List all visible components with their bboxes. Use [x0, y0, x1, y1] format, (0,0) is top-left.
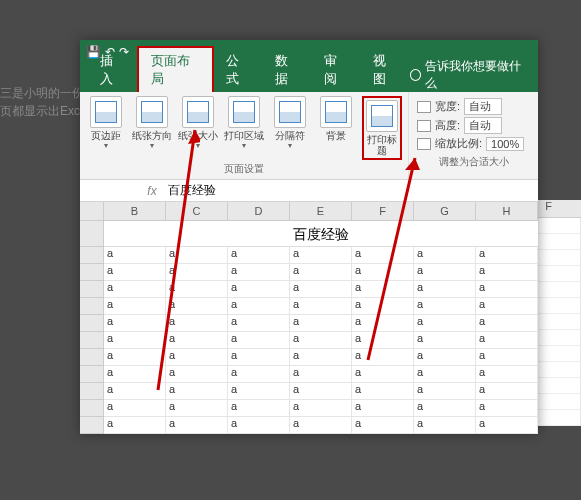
cell[interactable]: a	[104, 417, 166, 434]
select-all-corner[interactable]	[80, 202, 104, 220]
cell[interactable]: a	[352, 366, 414, 383]
cell[interactable]: a	[166, 417, 228, 434]
cell[interactable]: a	[166, 315, 228, 332]
cell[interactable]: a	[290, 298, 352, 315]
height-select[interactable]: 自动	[464, 117, 502, 134]
cell[interactable]: a	[352, 281, 414, 298]
background-button[interactable]: 背景	[316, 96, 356, 141]
cell[interactable]: a	[290, 417, 352, 434]
cell[interactable]: a	[476, 247, 538, 264]
cell[interactable]: a	[414, 315, 476, 332]
tell-me[interactable]: 告诉我你想要做什么	[410, 58, 538, 92]
orientation-button[interactable]: 纸张方向 ▾	[132, 96, 172, 150]
cell[interactable]: a	[166, 298, 228, 315]
cell[interactable]: a	[476, 332, 538, 349]
cell[interactable]: a	[104, 315, 166, 332]
formula-input[interactable]: 百度经验	[164, 182, 538, 199]
row-header[interactable]	[80, 247, 104, 264]
size-button[interactable]: 纸张大小 ▾	[178, 96, 218, 150]
cell[interactable]: a	[290, 264, 352, 281]
row-header[interactable]	[80, 315, 104, 332]
cell[interactable]: a	[104, 298, 166, 315]
cell[interactable]: a	[104, 264, 166, 281]
cell[interactable]: a	[352, 247, 414, 264]
cell[interactable]: a	[104, 366, 166, 383]
row-header[interactable]	[80, 264, 104, 281]
cell[interactable]: a	[352, 315, 414, 332]
col-header[interactable]: F	[352, 202, 414, 220]
breaks-button[interactable]: 分隔符 ▾	[270, 96, 310, 150]
cell[interactable]: a	[228, 315, 290, 332]
cell[interactable]: a	[228, 417, 290, 434]
cell[interactable]: a	[414, 264, 476, 281]
cell[interactable]: a	[352, 400, 414, 417]
fx-icon[interactable]: fx	[140, 184, 164, 198]
margins-button[interactable]: 页边距 ▾	[86, 96, 126, 150]
cell[interactable]: a	[228, 247, 290, 264]
row-header[interactable]	[80, 332, 104, 349]
cell[interactable]: a	[290, 366, 352, 383]
cell[interactable]: a	[476, 281, 538, 298]
cell[interactable]: a	[476, 298, 538, 315]
cell[interactable]: a	[414, 332, 476, 349]
row-header[interactable]	[80, 349, 104, 366]
cell[interactable]: a	[228, 366, 290, 383]
cell[interactable]: a	[104, 281, 166, 298]
col-header[interactable]: G	[414, 202, 476, 220]
cell[interactable]: a	[166, 366, 228, 383]
cell[interactable]: a	[290, 281, 352, 298]
cell[interactable]: a	[476, 400, 538, 417]
cell[interactable]: a	[352, 349, 414, 366]
cell[interactable]: a	[166, 281, 228, 298]
cell[interactable]: a	[228, 264, 290, 281]
row-header[interactable]	[80, 366, 104, 383]
cell[interactable]: a	[228, 349, 290, 366]
row-header[interactable]	[80, 221, 104, 247]
tab-view[interactable]: 视图	[361, 48, 410, 92]
cell[interactable]: a	[290, 349, 352, 366]
cell[interactable]: a	[228, 332, 290, 349]
print-titles-button[interactable]: 打印标题	[362, 96, 402, 160]
tab-data[interactable]: 数据	[263, 48, 312, 92]
cell[interactable]: a	[414, 383, 476, 400]
cell[interactable]: a	[166, 264, 228, 281]
print-area-button[interactable]: 打印区域 ▾	[224, 96, 264, 150]
cell[interactable]: a	[352, 332, 414, 349]
cell[interactable]: a	[166, 383, 228, 400]
cell[interactable]: a	[414, 349, 476, 366]
cell[interactable]: a	[166, 349, 228, 366]
col-header[interactable]: C	[166, 202, 228, 220]
cell[interactable]: a	[166, 400, 228, 417]
cell[interactable]: a	[476, 383, 538, 400]
tab-insert[interactable]: 插入	[88, 48, 137, 92]
cell[interactable]: a	[414, 281, 476, 298]
tab-formulas[interactable]: 公式	[214, 48, 263, 92]
width-select[interactable]: 自动	[464, 98, 502, 115]
cell[interactable]: a	[290, 383, 352, 400]
cell[interactable]: a	[104, 332, 166, 349]
row-header[interactable]	[80, 281, 104, 298]
cell[interactable]: a	[290, 315, 352, 332]
row-header[interactable]	[80, 400, 104, 417]
cell[interactable]: a	[228, 281, 290, 298]
cell[interactable]: a	[104, 383, 166, 400]
row-header[interactable]	[80, 417, 104, 434]
scale-input[interactable]: 100%	[486, 137, 524, 151]
cell[interactable]: a	[352, 417, 414, 434]
col-header[interactable]: B	[104, 202, 166, 220]
col-header[interactable]: E	[290, 202, 352, 220]
cell[interactable]: a	[414, 247, 476, 264]
cell[interactable]: a	[352, 383, 414, 400]
row-header[interactable]	[80, 383, 104, 400]
cell[interactable]: a	[104, 349, 166, 366]
cell[interactable]: a	[104, 400, 166, 417]
cell[interactable]: a	[476, 417, 538, 434]
cell[interactable]: a	[352, 298, 414, 315]
cell[interactable]: a	[290, 332, 352, 349]
cell[interactable]: a	[104, 247, 166, 264]
cell[interactable]: a	[166, 332, 228, 349]
cell[interactable]: a	[414, 400, 476, 417]
cell[interactable]: a	[414, 366, 476, 383]
cell[interactable]: a	[352, 264, 414, 281]
cell[interactable]: a	[228, 400, 290, 417]
